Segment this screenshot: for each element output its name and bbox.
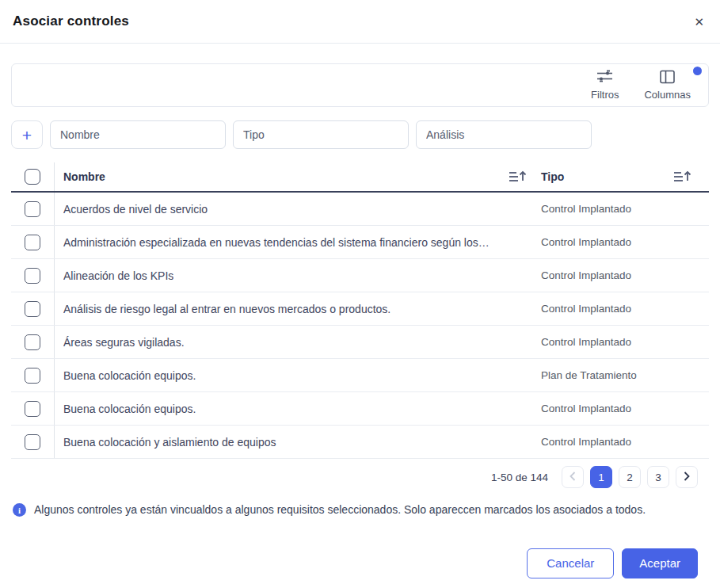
filter-input-tipo[interactable] [233, 120, 409, 149]
pagination-next-button[interactable] [676, 466, 698, 488]
sliders-icon [596, 70, 613, 86]
table-row[interactable]: Administración especializada en nuevas t… [11, 226, 709, 259]
columns-button[interactable]: Columnas [631, 67, 703, 104]
sort-tipo-button[interactable] [673, 170, 691, 185]
table-row[interactable]: Buena colocación y aislamiento de equipo… [11, 426, 709, 459]
info-circle-icon: i [13, 503, 26, 517]
row-checkbox[interactable] [25, 401, 40, 417]
page-title: Asociar controles [13, 13, 129, 29]
pagination-page-3[interactable]: 3 [647, 466, 669, 488]
select-all-checkbox[interactable] [25, 169, 40, 185]
filters-button-label: Filtros [591, 89, 619, 101]
table-header-row: Nombre Ti [11, 162, 709, 193]
row-name-cell: Acuerdos de nivel de servicio [63, 203, 208, 216]
modal-footer: Cancelar Aceptar [11, 548, 709, 578]
column-header-nombre: Nombre [63, 170, 105, 183]
row-name-cell: Buena colocación equipos. [63, 403, 196, 415]
row-tipo-cell: Control Implantado [541, 236, 631, 248]
modal-body: Filtros Columnas + [0, 44, 720, 578]
row-name-cell: Administración especializada en nuevas t… [63, 236, 490, 249]
controls-table: Nombre Ti [11, 162, 709, 459]
table-row[interactable]: Áreas seguras vigiladas. Control Implant… [11, 326, 709, 359]
pagination-range-label: 1-50 de 144 [491, 472, 548, 483]
chevron-right-icon [684, 472, 690, 483]
sort-ascending-icon [673, 170, 691, 185]
accept-button[interactable]: Aceptar [622, 548, 698, 578]
table-row[interactable]: Acuerdos de nivel de servicio Control Im… [11, 193, 709, 226]
plus-icon: + [22, 127, 32, 143]
sort-nombre-button[interactable] [509, 170, 527, 185]
row-tipo-cell: Plan de Tratamiento [541, 369, 637, 381]
row-name-cell: Análisis de riesgo legal al entrar en nu… [63, 303, 390, 315]
row-tipo-cell: Control Implantado [541, 203, 631, 215]
columns-button-label: Columnas [644, 89, 691, 101]
row-checkbox[interactable] [25, 334, 40, 350]
pagination-page-1[interactable]: 1 [590, 466, 612, 488]
columns-badge-dot [693, 67, 702, 75]
add-filter-button[interactable]: + [11, 120, 43, 149]
row-name-cell: Áreas seguras vigiladas. [63, 336, 185, 349]
row-tipo-cell: Control Implantado [541, 336, 631, 348]
row-checkbox[interactable] [25, 268, 40, 284]
row-checkbox[interactable] [25, 434, 40, 450]
filter-row: + [11, 120, 709, 149]
pagination: 1-50 de 144 1 2 3 [11, 466, 698, 488]
row-checkbox[interactable] [25, 301, 40, 317]
row-tipo-cell: Control Implantado [541, 436, 631, 448]
toolbar: Filtros Columnas [11, 63, 709, 107]
filters-button[interactable]: Filtros [578, 67, 631, 104]
sort-ascending-icon [509, 170, 527, 185]
table-row[interactable]: Buena colocación equipos. Plan de Tratam… [11, 359, 709, 392]
table-row[interactable]: Análisis de riesgo legal al entrar en nu… [11, 292, 709, 326]
pagination-page-2[interactable]: 2 [619, 466, 641, 488]
info-message: Algunos controles ya están vincualdos a … [34, 502, 646, 517]
table-row[interactable]: Buena colocación equipos. Control Implan… [11, 392, 709, 426]
row-tipo-cell: Control Implantado [541, 269, 631, 281]
pagination-prev-button[interactable] [562, 466, 584, 488]
row-checkbox[interactable] [25, 235, 40, 250]
filter-input-analisis[interactable] [416, 120, 592, 149]
cancel-button[interactable]: Cancelar [527, 548, 614, 578]
chevron-left-icon [570, 472, 576, 483]
row-name-cell: Buena colocación y aislamiento de equipo… [63, 436, 276, 449]
row-tipo-cell: Control Implantado [541, 403, 631, 414]
row-tipo-cell: Control Implantado [541, 303, 631, 315]
row-name-cell: Alineación de los KPIs [63, 269, 173, 282]
row-checkbox[interactable] [25, 368, 40, 384]
row-name-cell: Buena colocación equipos. [63, 369, 196, 382]
filter-input-nombre[interactable] [50, 120, 226, 149]
modal-header: Asociar controles ✕ [0, 0, 720, 44]
column-header-tipo: Tipo [541, 170, 564, 183]
info-note: i Algunos controles ya están vincualdos … [11, 502, 709, 517]
asociar-controles-modal: Asociar controles ✕ Filtros [0, 0, 720, 578]
row-checkbox[interactable] [25, 201, 40, 217]
table-row[interactable]: Alineación de los KPIs Control Implantad… [11, 259, 709, 292]
table-body: Acuerdos de nivel de servicio Control Im… [11, 193, 709, 459]
table-columns-icon [660, 70, 675, 86]
close-icon[interactable]: ✕ [691, 13, 707, 31]
